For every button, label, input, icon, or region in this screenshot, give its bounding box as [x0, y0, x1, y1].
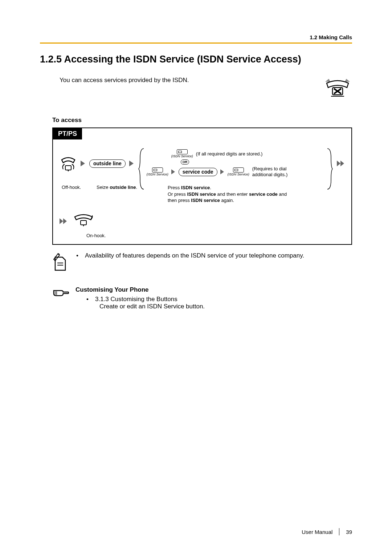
- offhook-icon: [60, 155, 77, 172]
- branch-inner: (ISDN Service) (If all required digits a…: [138, 149, 333, 177]
- svg-marker-15: [63, 218, 67, 224]
- svg-point-20: [58, 254, 60, 255]
- hand-point-icon: [52, 288, 69, 299]
- note-body: • Availability of features depends on th…: [76, 252, 304, 259]
- procedure-box: PT/PS outside line: [52, 127, 352, 245]
- svg-marker-0: [325, 79, 330, 82]
- cap-bold: ISDN service: [187, 191, 216, 197]
- customising-desc: Create or edit an ISDN Service button.: [99, 303, 205, 310]
- continue-arrow-icon: [337, 161, 345, 166]
- svg-marker-8: [81, 161, 85, 166]
- branch-group: (ISDN Service) (If all required digits a…: [138, 149, 333, 177]
- cap-text: and then enter: [216, 191, 249, 197]
- arrow-icon: [220, 169, 225, 174]
- caption-onhook: On-hook.: [86, 233, 345, 238]
- cap-text: Seize: [97, 185, 110, 190]
- cap-bold: ISDN service: [191, 198, 220, 203]
- svg-marker-10: [171, 169, 175, 174]
- customising-item: • 3.1.3 Customising the Buttons: [86, 296, 205, 303]
- page: 1.2 Making Calls 1.2.5 Accessing the ISD…: [0, 0, 392, 555]
- cap-text: Or press: [168, 191, 187, 197]
- device-tab: PT/PS: [53, 128, 82, 139]
- isdn-key-label: (ISDN Service): [147, 173, 168, 176]
- arrow-icon: [171, 169, 176, 174]
- isdn-service-key: (ISDN Service): [228, 167, 249, 176]
- customising-list: • 3.1.3 Customising the Buttons Create o…: [86, 296, 205, 310]
- page-title: 1.2.5 Accessing the ISDN Service (ISDN S…: [40, 54, 352, 65]
- cap-bold: outside line: [110, 185, 136, 190]
- outside-line-key: outside line: [89, 159, 126, 168]
- phone-disabled-icon: [323, 77, 352, 98]
- isdn-key-label: (ISDN Service): [228, 173, 249, 176]
- annot-all-digits: (If all required digits are stored.): [196, 151, 263, 157]
- svg-marker-12: [337, 161, 340, 166]
- isdn-service-key: (ISDN Service): [171, 149, 193, 158]
- cap-text: Press: [168, 185, 181, 190]
- note-bullet: • Availability of features depends on th…: [76, 252, 304, 259]
- svg-marker-7: [68, 170, 69, 172]
- note-row: • Availability of features depends on th…: [52, 252, 352, 272]
- footer-page: 39: [346, 529, 352, 535]
- note-text: Availability of features depends on the …: [85, 252, 304, 259]
- annot-requires-dial: (Requires to dial additional digits.): [252, 166, 288, 177]
- cap-bold: service code: [249, 191, 278, 197]
- flow-row-1: outside line: [60, 145, 345, 182]
- key-icon: [233, 167, 244, 173]
- diagram-body: outside line: [53, 139, 351, 244]
- intro-row: You can access services provided by the …: [60, 77, 352, 98]
- footer-label: User Manual: [302, 529, 332, 535]
- customising-item-text: 3.1.3 Customising the Buttons: [95, 296, 177, 303]
- cap-text: again.: [220, 198, 234, 203]
- customising-title: Customising Your Phone: [75, 286, 205, 293]
- svg-rect-16: [81, 220, 86, 225]
- cap-text: .: [136, 185, 137, 190]
- annot-line2: additional digits.): [252, 172, 288, 177]
- svg-marker-17: [83, 225, 84, 227]
- right-brace-icon: [326, 147, 333, 191]
- branch-top: (ISDN Service) (If all required digits a…: [147, 149, 324, 158]
- svg-rect-6: [65, 166, 71, 170]
- sub-heading: To access: [52, 117, 352, 124]
- continue-arrow-icon: [60, 218, 68, 224]
- isdn-key-label: (ISDN Service): [171, 155, 193, 158]
- bullet-dot: •: [86, 296, 89, 303]
- onhook-icon: [73, 212, 91, 230]
- cap-bold: ISDN service: [181, 185, 210, 190]
- svg-marker-13: [340, 161, 344, 166]
- bullet-dot: •: [76, 252, 78, 259]
- isdn-service-key: (ISDN Service): [147, 167, 168, 176]
- footer: User Manual 39: [302, 528, 352, 535]
- header-rule: 1.2 Making Calls: [40, 33, 352, 44]
- or-label: OR: [181, 159, 189, 165]
- header-section: 1.2 Making Calls: [310, 34, 352, 40]
- svg-marker-9: [129, 161, 134, 166]
- cap-text: then press: [168, 198, 191, 203]
- svg-marker-14: [60, 218, 63, 224]
- cap-text: and: [278, 191, 287, 197]
- key-icon: [152, 167, 163, 173]
- svg-marker-11: [220, 169, 224, 174]
- captions-row: Off-hook. Seize outside line. Press ISDN…: [60, 185, 345, 204]
- service-code-key: service code: [179, 168, 217, 176]
- customising-row: Customising Your Phone • 3.1.3 Customisi…: [52, 286, 352, 310]
- caption-press: Press ISDN service. Or press ISDN servic…: [168, 185, 287, 204]
- customising-body: Customising Your Phone • 3.1.3 Customisi…: [75, 286, 205, 310]
- notepad-icon: [52, 252, 68, 272]
- arrow-icon: [129, 161, 134, 166]
- annot-line1: (Requires to dial: [252, 166, 287, 171]
- left-brace-icon: [138, 147, 145, 191]
- caption-offhook: Off-hook.: [62, 185, 93, 190]
- cap-text: .: [210, 185, 211, 190]
- flow-row-2: [60, 212, 345, 230]
- intro-text: You can access services provided by the …: [60, 77, 309, 84]
- branch-bottom: (ISDN Service) service code (ISDN Servic…: [147, 166, 324, 177]
- svg-marker-1: [345, 79, 350, 82]
- key-icon: [177, 149, 188, 154]
- arrow-icon: [81, 161, 86, 166]
- footer-divider: [339, 528, 339, 535]
